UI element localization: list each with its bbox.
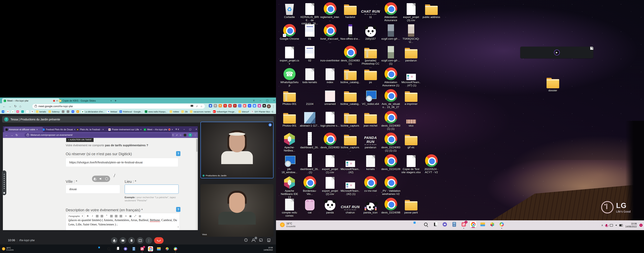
- inner-back-icon[interactable]: ←: [5, 133, 8, 137]
- minimize-icon[interactable]: –: [184, 128, 185, 131]
- extension-icon[interactable]: m: [248, 104, 251, 107]
- bookmark-item[interactable]: Zik: [181, 110, 188, 113]
- inner-address-bar[interactable]: lillelanuit.com/proposer-un-evenement/: [24, 133, 172, 137]
- extension-icon[interactable]: ◉: [258, 104, 261, 107]
- taskbar-start-icon[interactable]: [413, 221, 420, 227]
- desktop-icon[interactable]: ▶inzo-overthinker: [320, 45, 340, 66]
- desktop-icon[interactable]: export_projet.csv: [279, 45, 300, 66]
- taskbar-paint-icon[interactable]: [173, 246, 178, 251]
- bookmark-item[interactable]: ▲: [12, 110, 14, 113]
- info-icon[interactable]: i: [244, 238, 248, 242]
- clock-date[interactable]: 10:06 14/06/2022: [625, 222, 637, 228]
- taskbar-teams-icon[interactable]: 3: [460, 221, 467, 227]
- inner-forward-icon[interactable]: →: [10, 133, 13, 137]
- desktop-icon[interactable]: CHAT RUNdu 1er au 30 juinchatrun: [340, 197, 360, 218]
- desktop-icon[interactable]: jdk-18_window...: [279, 153, 300, 175]
- camera-icon[interactable]: [190, 105, 193, 107]
- desktop-icon[interactable]: hardelot: [340, 2, 360, 23]
- desktop-icon[interactable]: ♻Corbeille: [279, 2, 300, 23]
- inner-menu-kebab-icon[interactable]: ⋮: [194, 134, 196, 136]
- video-tile-self[interactable]: Vous: [200, 184, 274, 237]
- bookmark-item[interactable]: Solency: [48, 110, 60, 113]
- extension-icon[interactable]: ⚙: [214, 104, 217, 107]
- fullscreen-button[interactable]: ⤢: [134, 215, 136, 217]
- inner-browser-tab[interactable]: fFestival Plein Air de Douai×: [41, 127, 77, 132]
- desktop-icon[interactable]: unnamed: [320, 88, 340, 110]
- desktop-icon[interactable]: export_projet (3).csv: [401, 2, 421, 23]
- desktop-icon[interactable]: Attestation Assurance: [381, 2, 401, 23]
- desktop-icon[interactable]: Copie de Test site stagers.xlsx: [401, 153, 421, 175]
- notification-badge[interactable]: 1: [640, 224, 642, 227]
- desktop-icon[interactable]: devis_D224083 (1) (1): [381, 110, 401, 131]
- desktop-icon[interactable]: bizline_catalog...: [340, 67, 360, 88]
- present-button[interactable]: ↑: [137, 237, 144, 244]
- desktop-icon[interactable]: ezgif.com-gif-... (1): [381, 45, 401, 66]
- weather-widget[interactable]: 16°CEnsoleillé: [280, 222, 296, 227]
- address-bar[interactable]: meet.google.com/rhx-iuyc-ytw ↗ ☆: [32, 104, 205, 109]
- help-badge[interactable]: ?: [176, 151, 180, 156]
- inner-browser-tab[interactable]: MPoster événement sur Lille×: [107, 127, 144, 132]
- meet-participant-overlay[interactable]: [92, 176, 110, 182]
- menu-chevron-icon[interactable]: ∨: [253, 99, 255, 102]
- browser-tab[interactable]: ▸Meet – rhx-iuyc-ytw×: [2, 98, 60, 103]
- bookmark-item[interactable]: kerialis: [36, 110, 46, 113]
- align-left-button[interactable]: [110, 215, 113, 215]
- bookmark-item[interactable]: [67, 110, 69, 113]
- inner-star-icon[interactable]: ☆: [180, 134, 182, 136]
- tab-close-icon[interactable]: ×: [36, 128, 38, 131]
- desktop-icon[interactable]: [portable] Photoshop CC ...: [360, 45, 381, 66]
- desktop-icon[interactable]: bizline_capture...: [340, 132, 360, 153]
- align-center-button[interactable]: [115, 215, 118, 215]
- desktop-icon[interactable]: 2d0y157: [360, 23, 381, 45]
- desktop-icon[interactable]: 21104: [300, 88, 320, 110]
- desktop-icon[interactable]: pandarun: [401, 45, 421, 66]
- bold-button[interactable]: B: [86, 215, 89, 217]
- desktop-icon[interactable]: a imprimer: [401, 88, 421, 110]
- bookmark-item[interactable]: ◥Webae: [107, 110, 117, 113]
- maximize-icon[interactable]: ▢: [189, 128, 191, 131]
- taskbar-calculator-icon[interactable]: [131, 246, 136, 251]
- extension-icon[interactable]: ▦: [253, 104, 256, 107]
- desktop-icon[interactable]: devis_D224083 (1): [340, 45, 360, 66]
- mic-in-use-icon[interactable]: [606, 224, 607, 226]
- editor-scroll-up-icon[interactable]: ▲: [178, 224, 179, 229]
- raise-hand-button[interactable]: [128, 237, 135, 244]
- bullet-list-button[interactable]: [96, 215, 98, 215]
- bookmark-item[interactable]: ∩: [26, 110, 29, 113]
- bookmark-item[interactable]: N: [31, 110, 34, 113]
- profile-avatar[interactable]: G: [267, 104, 271, 108]
- end-call-button[interactable]: [154, 237, 164, 244]
- tab-close-icon[interactable]: ×: [102, 128, 104, 131]
- desktop-icon[interactable]: Photos-001: [279, 88, 300, 110]
- desktop-icon[interactable]: Avis_de_situatio... 15_06_27: [381, 88, 401, 110]
- browser-tab[interactable]: Copie de KBIS - Google Slides×: [57, 98, 114, 103]
- taskbar-taskview-icon[interactable]: [432, 221, 438, 227]
- taskbar-chrome-icon[interactable]: [470, 221, 476, 227]
- table-button[interactable]: ▦: [129, 215, 132, 218]
- desktop-icon[interactable]: abstract-1-117...: [300, 110, 320, 131]
- close-icon[interactable]: ×: [273, 99, 275, 102]
- menu-kebab-icon[interactable]: ⋮: [272, 105, 275, 108]
- mute-icon[interactable]: [100, 178, 101, 180]
- bookmark-item[interactable]: ▮www.radio.fr/popu...: [145, 110, 167, 113]
- desktop-icon[interactable]: devis_D224109: [381, 153, 401, 175]
- desktop-icon[interactable]: dashboard_26...: [300, 132, 320, 153]
- tab-close-icon[interactable]: ×: [172, 128, 173, 131]
- bookmark-item[interactable]: ▶Vollwertiger Peuge...: [213, 110, 236, 113]
- taskbar-chat-icon[interactable]: [123, 246, 128, 251]
- desktop-icon[interactable]: logo-piscine-s...: [320, 110, 340, 131]
- desktop-icon[interactable]: ezgif.com-gif-...: [381, 23, 401, 45]
- ville-input[interactable]: douai: [66, 185, 120, 193]
- speaker-icon[interactable]: [616, 224, 617, 226]
- weather-widget[interactable]: 16°CEnsoleillé: [2, 247, 14, 251]
- extension-icon[interactable]: ●: [228, 104, 232, 107]
- numbered-list-button[interactable]: [100, 215, 103, 215]
- back-icon[interactable]: ←: [2, 104, 6, 108]
- menu-chevron-icon[interactable]: ∨: [178, 128, 179, 131]
- inner-browser-tab[interactable]: ▸Meet – rhx-iuyc-ytw×: [142, 127, 176, 132]
- extension-icon[interactable]: ▶: [243, 104, 246, 107]
- extension-icon[interactable]: ■: [262, 104, 266, 107]
- taskbar-search-icon[interactable]: [106, 246, 111, 251]
- battery-icon[interactable]: [619, 224, 623, 226]
- desktop-icon[interactable]: reglement_inter...: [320, 2, 340, 23]
